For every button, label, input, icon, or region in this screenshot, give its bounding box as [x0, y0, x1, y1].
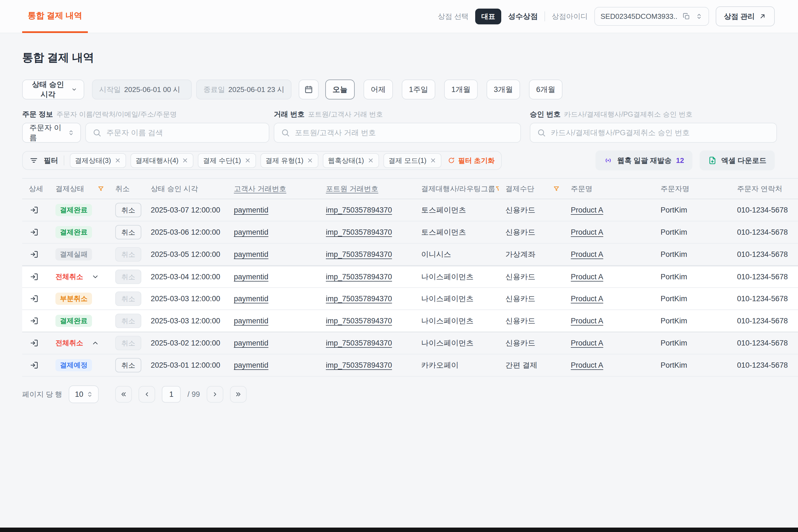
- cancel-button[interactable]: 취소: [115, 358, 141, 373]
- approval-search-input[interactable]: 카드사/결제대행사/PG결제취소 승인 번호: [530, 123, 777, 143]
- excel-download-button[interactable]: 엑셀 다운로드: [700, 150, 775, 170]
- approval-hint: 카드사/결제대행사/PG결제취소 승인 번호: [564, 110, 692, 119]
- status-time-dropdown[interactable]: 상태 승인 시각: [22, 79, 84, 99]
- store-name[interactable]: 성수상점: [508, 11, 538, 21]
- portone-txn-link[interactable]: imp_750357894370: [326, 273, 392, 281]
- txn-search-input[interactable]: 포트원/고객사 거래 번호: [274, 123, 521, 143]
- cancel-button[interactable]: 취소: [115, 225, 141, 240]
- chips-group: 결제상태(3) 결제대행사(4) 결제 수단(1) 결제 유형(1) 웹훅상태(…: [70, 153, 441, 168]
- order-search-field-value: 주문자 이름: [30, 123, 67, 143]
- close-icon[interactable]: [244, 157, 251, 164]
- filter-chip[interactable]: 결제상태(3): [70, 153, 126, 168]
- close-icon[interactable]: [430, 157, 436, 164]
- order-name-link[interactable]: Product A: [571, 273, 603, 281]
- order-name-link[interactable]: Product A: [571, 206, 603, 214]
- approved-time: 2025-03-03 12:00:00: [144, 310, 227, 332]
- close-icon[interactable]: [182, 157, 188, 164]
- filter-chip[interactable]: 결제 모드(1): [383, 153, 442, 168]
- filter-funnel-icon[interactable]: [495, 185, 499, 192]
- tab-integrated-payments[interactable]: 통합 결제 내역: [22, 0, 88, 33]
- close-icon[interactable]: [114, 157, 121, 164]
- detail-button[interactable]: [29, 315, 40, 326]
- last-page-button[interactable]: [230, 386, 247, 403]
- merchant-txn-link[interactable]: paymentid: [234, 273, 268, 281]
- quick-range-button[interactable]: 1주일: [402, 79, 435, 99]
- detail-button[interactable]: [29, 271, 40, 282]
- detail-button[interactable]: [29, 360, 40, 371]
- prev-page-button[interactable]: [138, 386, 155, 403]
- quick-range-button[interactable]: 오늘: [325, 79, 355, 99]
- end-date-input[interactable]: 종료일 2025-06-01 23 시: [196, 79, 291, 99]
- detail-button[interactable]: [29, 249, 40, 260]
- rows-per-page-select[interactable]: 10: [69, 385, 99, 403]
- order-name-link[interactable]: Product A: [571, 361, 603, 369]
- filter-reset-button[interactable]: 필터 초기화: [448, 156, 495, 165]
- merchant-txn-link[interactable]: paymentid: [234, 228, 268, 236]
- portone-txn-link[interactable]: imp_750357894370: [326, 339, 392, 347]
- order-search-field-select[interactable]: 주문자 이름: [22, 123, 81, 143]
- status-time-dropdown-label: 상태 승인 시각: [30, 79, 67, 99]
- first-page-button[interactable]: [115, 386, 132, 403]
- search-icon: [537, 128, 546, 137]
- quick-range-button[interactable]: 어제: [363, 79, 393, 99]
- order-search-input[interactable]: 주문자 이름 검색: [86, 123, 269, 143]
- search-inputs-row: 주문자 이름 주문자 이름 검색 포트원/고객사 거래 번호 카드사/결제대행사…: [22, 123, 798, 143]
- pay-method: 신용카드: [499, 266, 564, 287]
- filter-chip[interactable]: 결제대행사(4): [131, 153, 194, 168]
- merchant-txn-link[interactable]: paymentid: [234, 339, 268, 347]
- merchant-txn-link[interactable]: paymentid: [234, 206, 268, 214]
- merchant-txn-link[interactable]: paymentid: [234, 317, 268, 325]
- portone-txn-link[interactable]: imp_750357894370: [326, 361, 392, 369]
- chevron-down-icon[interactable]: [92, 273, 99, 281]
- order-name-link[interactable]: Product A: [571, 339, 603, 347]
- cancel-button[interactable]: 취소: [115, 203, 141, 217]
- portone-txn-link[interactable]: imp_750357894370: [326, 228, 392, 236]
- detail-button[interactable]: [29, 293, 40, 304]
- calendar-button[interactable]: [299, 79, 319, 99]
- start-date-input[interactable]: 시작일 2025-06-01 00 시: [92, 79, 192, 99]
- order-name-link[interactable]: Product A: [571, 294, 603, 303]
- store-badge-primary[interactable]: 대표: [475, 8, 501, 24]
- store-id-select[interactable]: SED02345DCOM3933..: [594, 7, 709, 26]
- current-page-input[interactable]: 1: [162, 386, 180, 403]
- col-merchant-txn: 고객사 거래번호: [227, 179, 319, 199]
- quick-range-button[interactable]: 1개월: [444, 79, 478, 99]
- quick-range-button[interactable]: 3개월: [487, 79, 520, 99]
- col-detail: 상세: [22, 179, 49, 199]
- close-icon[interactable]: [307, 157, 314, 164]
- webhook-resend-button[interactable]: 웹훅 일괄 재발송 12: [595, 150, 692, 170]
- detail-button[interactable]: [29, 227, 40, 238]
- merchant-txn-link[interactable]: paymentid: [234, 294, 268, 303]
- detail-button[interactable]: [29, 205, 40, 215]
- order-name-link[interactable]: Product A: [571, 317, 603, 325]
- page-title: 통합 결제 내역: [22, 50, 798, 65]
- filter-funnel-icon[interactable]: [553, 185, 560, 192]
- table-row: 결제실패 취소 2025-03-05 12:00:00 paymentid im…: [22, 244, 798, 266]
- merchant-txn-link[interactable]: paymentid: [234, 250, 268, 259]
- filter-chip[interactable]: 웹훅상태(1): [323, 153, 379, 168]
- col-approved-time: 상태 승인 시각: [144, 179, 227, 199]
- portone-txn-link[interactable]: imp_750357894370: [326, 206, 392, 214]
- chevron-up-icon[interactable]: [92, 339, 99, 347]
- customer-name: PortKim: [654, 310, 730, 332]
- order-name-link[interactable]: Product A: [571, 250, 603, 259]
- merchant-txn-link[interactable]: paymentid: [234, 361, 268, 369]
- quick-range-button[interactable]: 6개월: [529, 79, 563, 99]
- filter-funnel-icon[interactable]: [97, 185, 104, 192]
- filter-chip[interactable]: 결제 유형(1): [261, 153, 319, 168]
- pg-provider: 이니시스: [415, 244, 499, 265]
- close-icon[interactable]: [367, 157, 374, 164]
- portone-txn-link[interactable]: imp_750357894370: [326, 294, 392, 303]
- filter-chips-row: 필터 결제상태(3) 결제대행사(4) 결제 수단(1) 결제 유형(1) 웹훅…: [22, 150, 798, 170]
- copy-icon[interactable]: [682, 13, 690, 20]
- next-page-button[interactable]: [207, 386, 223, 403]
- chip-label: 결제상태(3): [75, 156, 111, 165]
- detail-button[interactable]: [29, 338, 40, 348]
- detail-icon: [30, 272, 39, 281]
- filter-chip[interactable]: 결제 수단(1): [198, 153, 256, 168]
- store-manage-button[interactable]: 상점 관리: [716, 6, 775, 26]
- portone-txn-link[interactable]: imp_750357894370: [326, 250, 392, 259]
- chevron-right-icon: [211, 391, 219, 398]
- order-name-link[interactable]: Product A: [571, 228, 603, 236]
- portone-txn-link[interactable]: imp_750357894370: [326, 317, 392, 325]
